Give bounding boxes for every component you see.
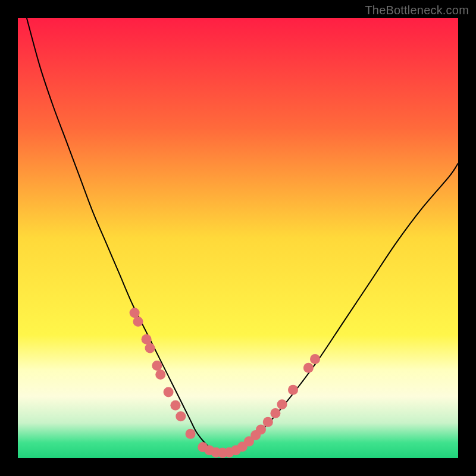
chart-svg [18,18,458,458]
data-marker [310,354,320,364]
data-marker [303,363,314,373]
watermark-text: TheBottleneck.com [365,4,469,17]
data-marker [145,343,155,353]
data-marker [170,400,180,411]
data-marker [277,399,287,409]
data-marker [130,308,140,318]
markers-group [130,308,320,458]
data-marker [270,408,280,418]
data-marker [155,369,165,380]
bottleneck-curve [27,18,458,453]
data-marker [176,411,186,421]
plot-area [18,18,458,458]
data-marker [186,429,196,439]
chart-frame: TheBottleneck.com [0,0,476,476]
data-marker [142,334,152,345]
data-marker [164,387,174,397]
data-marker [152,361,162,371]
data-marker [288,385,298,395]
data-marker [256,424,266,434]
data-marker [133,317,143,327]
data-marker [263,417,273,427]
